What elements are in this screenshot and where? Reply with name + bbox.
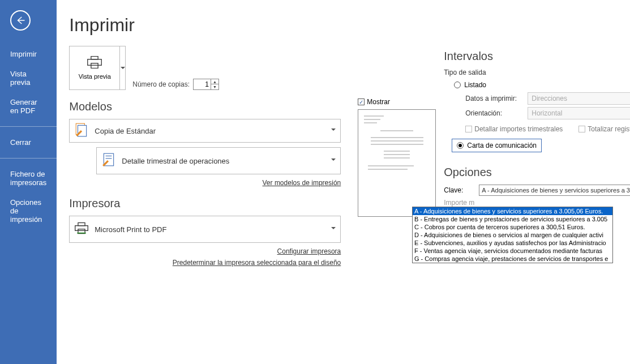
document-detail-icon xyxy=(101,152,116,169)
document-icon xyxy=(74,122,89,139)
page-title: Imprimir xyxy=(69,15,341,36)
clave-option-b[interactable]: B - Entregas de bienes y prestaciones de… xyxy=(413,215,612,223)
sidebar-item-imprimir[interactable]: Imprimir xyxy=(0,44,57,64)
vista-previa-dropdown[interactable] xyxy=(120,46,126,90)
detalle-combo[interactable]: Detalle trimestral de operaciones xyxy=(96,147,341,174)
section-impresora: Impresora xyxy=(69,197,341,210)
copies-label: Número de copias: xyxy=(132,80,190,88)
clave-option-d[interactable]: D - Adquisiciones de bienes o servicios … xyxy=(413,231,612,239)
clave-dropdown[interactable]: A - Adquisiciones de bienes y servicios … xyxy=(479,185,630,196)
detallar-checkbox[interactable]: Detallar importes trimestrales xyxy=(465,125,563,133)
importe-label: Importe m xyxy=(444,199,475,207)
ver-modelos-link[interactable]: Ver modelos de impresión xyxy=(69,179,341,187)
impresora-name: Microsoft Print to PDF xyxy=(95,225,325,234)
svg-rect-0 xyxy=(88,59,102,66)
clave-option-g[interactable]: G - Compras agencia viaje, prestaciones … xyxy=(413,255,612,263)
clave-option-f[interactable]: F - Ventas agencia viaje, servicios docu… xyxy=(413,247,612,255)
printer-small-icon xyxy=(74,221,89,238)
clave-label: Clave: xyxy=(444,186,475,194)
sidebar-item-vista-previa[interactable]: Vista previa xyxy=(0,64,57,92)
radio-listado[interactable]: Listado xyxy=(454,81,630,89)
main-content: Imprimir Vista previa Número de copias: … xyxy=(57,0,630,364)
sidebar-item-generar-pdf[interactable]: Generar en PDF xyxy=(0,92,57,121)
copies-up[interactable]: ▲ xyxy=(211,79,218,84)
svg-rect-1 xyxy=(91,57,98,59)
clave-option-e[interactable]: E - Subvenciones, auxilios y ayudas sati… xyxy=(413,239,612,247)
carta-label: Carta de comunicación xyxy=(467,142,537,149)
modelo-combo[interactable]: Copia de Estándar xyxy=(69,119,341,143)
totalizar-checkbox[interactable]: Totalizar registros xyxy=(578,125,630,133)
clave-option-c[interactable]: C - Cobros por cuenta de terceros superi… xyxy=(413,223,612,231)
configurar-impresora-link[interactable]: Configurar impresora xyxy=(69,247,341,255)
section-modelos: Modelos xyxy=(69,100,341,113)
clave-dropdown-list[interactable]: A - Adquisiciones de bienes y servicios … xyxy=(412,207,613,263)
clave-option-a[interactable]: A - Adquisiciones de bienes y servicios … xyxy=(413,207,612,215)
back-button[interactable] xyxy=(10,10,31,31)
tipo-salida-label: Tipo de salida xyxy=(444,68,630,76)
mostrar-checkbox[interactable]: ✓ Mostrar xyxy=(358,98,390,106)
printer-icon xyxy=(87,56,102,70)
radio-carta[interactable]: Carta de comunicación xyxy=(452,139,542,152)
svg-rect-2 xyxy=(91,63,98,68)
intervalos-title: Intervalos xyxy=(444,50,630,63)
orient-label: Orientación: xyxy=(465,109,522,117)
page-preview[interactable] xyxy=(358,109,436,217)
datos-dropdown[interactable]: Direcciones xyxy=(528,92,630,105)
opciones-title: Opciones xyxy=(444,166,630,179)
detalle-label: Detalle trimestral de operaciones xyxy=(122,157,325,165)
impresora-combo[interactable]: Microsoft Print to PDF xyxy=(69,216,341,243)
mostrar-label: Mostrar xyxy=(367,98,390,106)
listado-label: Listado xyxy=(464,81,486,89)
vista-previa-label: Vista previa xyxy=(79,73,111,80)
orient-dropdown[interactable]: Horizontal xyxy=(528,107,630,119)
copies-spinner[interactable]: ▲ ▼ xyxy=(193,79,219,90)
sidebar-item-fichero-impresoras[interactable]: Fichero de impresoras xyxy=(0,164,57,192)
sidebar-item-opciones-impresion[interactable]: Opciones de impresión xyxy=(0,192,57,229)
copies-down[interactable]: ▼ xyxy=(211,84,218,89)
svg-rect-8 xyxy=(75,226,88,231)
backstage-sidebar: Imprimir Vista previa Generar en PDF Cer… xyxy=(0,0,57,364)
sidebar-item-cerrar[interactable]: Cerrar xyxy=(0,132,57,152)
datos-label: Datos a imprimir: xyxy=(465,95,522,102)
predeterminar-link[interactable]: Predeterminar la impresora seleccionada … xyxy=(69,259,341,267)
svg-rect-4 xyxy=(78,125,87,136)
copies-input[interactable] xyxy=(194,80,211,88)
arrow-left-icon xyxy=(15,15,25,25)
modelo-label: Copia de Estándar xyxy=(95,127,325,135)
vista-previa-button[interactable]: Vista previa xyxy=(69,46,120,90)
svg-rect-9 xyxy=(78,222,85,225)
